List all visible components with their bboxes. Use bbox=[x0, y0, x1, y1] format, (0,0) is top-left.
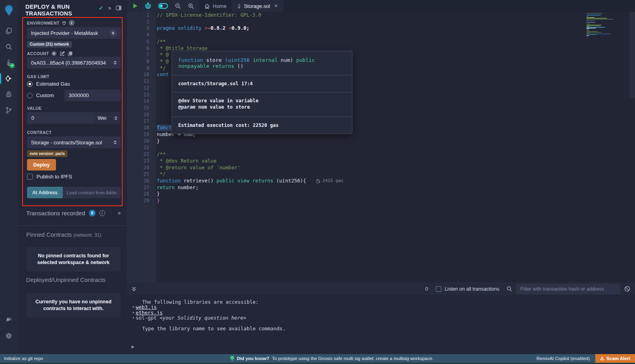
line-content[interactable]: } bbox=[149, 191, 160, 197]
line-content[interactable] bbox=[149, 78, 157, 85]
git-init-status[interactable]: Initialize as git repo bbox=[4, 356, 127, 361]
line-content[interactable]: cont bbox=[149, 71, 169, 78]
terminal-intro-line: The following libraries are accessible: bbox=[131, 299, 635, 305]
copy-account-icon[interactable] bbox=[67, 51, 73, 56]
radio-unselected[interactable] bbox=[27, 93, 33, 98]
line-content[interactable] bbox=[149, 19, 157, 25]
line-content[interactable] bbox=[149, 111, 157, 118]
line-content[interactable]: * @ bbox=[149, 58, 169, 65]
line-content[interactable]: return number; bbox=[149, 184, 198, 191]
code-line[interactable]: 1// SPDX-License-Identifier: GPL-3.0 bbox=[127, 12, 635, 19]
code-line[interactable]: 3pragma solidity >=0.8.2 <0.9.0; bbox=[127, 25, 635, 32]
transaction-filter-input[interactable] bbox=[516, 284, 620, 294]
custom-gas-option[interactable]: Custom bbox=[27, 92, 54, 98]
environment-info-icon[interactable]: i bbox=[69, 20, 75, 26]
code-line[interactable]: 26 function retrieve() public view retur… bbox=[127, 178, 635, 184]
line-content[interactable] bbox=[149, 85, 157, 92]
line-content[interactable]: * @return value of 'number' bbox=[149, 165, 241, 171]
code-line[interactable]: 29} bbox=[127, 197, 635, 204]
settings-gear-icon[interactable] bbox=[0, 328, 17, 344]
listen-all-transactions-option[interactable]: Listen on all transactions bbox=[436, 286, 499, 292]
code-line[interactable]: 5/** bbox=[127, 38, 635, 45]
line-content[interactable]: * @ bbox=[149, 52, 169, 58]
terminal-output[interactable]: The following libraries are accessible: … bbox=[127, 296, 635, 354]
account-select[interactable]: 0xA03...85ac4 (0.398673504934 bbox=[27, 57, 121, 69]
code-line[interactable]: 23 * @dev Return value bbox=[127, 158, 635, 165]
plugin-manager-icon[interactable] bbox=[0, 312, 17, 328]
line-content[interactable]: */ bbox=[149, 171, 166, 178]
scam-alert-button[interactable]: ⚠ Scam Alert bbox=[595, 354, 635, 363]
line-content[interactable]: */ bbox=[149, 65, 166, 72]
listen-checkbox[interactable] bbox=[436, 286, 441, 292]
deploy-run-icon[interactable] bbox=[0, 71, 17, 86]
zoom-in-icon[interactable] bbox=[185, 0, 198, 12]
publish-ipfs-option[interactable]: Publish to IPFS bbox=[27, 174, 72, 180]
line-content[interactable] bbox=[149, 98, 157, 105]
transactions-expand-icon[interactable]: > bbox=[117, 210, 121, 216]
code-line[interactable]: 28 } bbox=[127, 191, 635, 197]
debugger-icon[interactable] bbox=[0, 86, 17, 102]
line-content[interactable] bbox=[149, 32, 157, 38]
code-line[interactable]: 2 bbox=[127, 19, 635, 25]
line-content[interactable]: function retrieve() public view returns … bbox=[149, 178, 343, 184]
deploy-button[interactable]: Deploy bbox=[27, 159, 56, 171]
value-unit-select[interactable]: Wei bbox=[94, 112, 121, 124]
publish-ipfs-checkbox[interactable] bbox=[27, 174, 33, 180]
code-line[interactable]: 20 } bbox=[127, 138, 635, 145]
library-link[interactable]: web3.js bbox=[136, 305, 157, 310]
minimap[interactable] bbox=[587, 13, 628, 37]
terminal-prompt[interactable]: > bbox=[131, 344, 134, 349]
line-content[interactable]: } bbox=[149, 138, 160, 145]
line-content[interactable] bbox=[149, 92, 157, 98]
line-content[interactable]: * @dev Return value bbox=[149, 158, 217, 165]
ai-copilot-icon[interactable] bbox=[141, 0, 155, 12]
line-content[interactable] bbox=[149, 144, 157, 151]
remix-logo-icon[interactable] bbox=[0, 0, 17, 21]
zoom-out-icon[interactable] bbox=[171, 0, 185, 12]
line-content[interactable]: pragma solidity >=0.8.2 <0.9.0; bbox=[149, 25, 249, 32]
terminal-collapse-icon[interactable] bbox=[132, 287, 136, 291]
line-content[interactable] bbox=[149, 105, 157, 111]
copilot-toggle[interactable] bbox=[155, 0, 171, 12]
at-address-input[interactable] bbox=[63, 187, 121, 198]
code-line[interactable]: 22 /** bbox=[127, 151, 635, 158]
copilot-status[interactable]: RemixAI Copilot (enabled) bbox=[537, 356, 590, 361]
account-label: ACCOUNT bbox=[27, 51, 73, 56]
file-explorer-icon[interactable] bbox=[0, 23, 17, 39]
code-line[interactable]: 24 * @return value of 'number' bbox=[127, 165, 635, 171]
line-content[interactable]: // SPDX-License-Identifier: GPL-3.0 bbox=[149, 12, 261, 19]
search-icon[interactable] bbox=[0, 39, 17, 55]
edit-account-icon[interactable] bbox=[60, 51, 65, 56]
evm-version-badge: evm version: paris bbox=[27, 150, 67, 157]
code-editor[interactable]: 1// SPDX-License-Identifier: GPL-3.023pr… bbox=[127, 12, 635, 282]
code-line[interactable]: 4 bbox=[127, 32, 635, 38]
library-link[interactable]: ethers.js bbox=[136, 310, 163, 315]
solidity-compiler-icon[interactable]: ✓ bbox=[0, 55, 17, 71]
line-content[interactable] bbox=[149, 118, 157, 125]
code-line[interactable]: 27 return number; bbox=[127, 184, 635, 191]
tab-home[interactable]: Home bbox=[199, 0, 232, 12]
at-address-button[interactable]: At Address bbox=[27, 187, 63, 198]
value-input[interactable] bbox=[27, 112, 94, 124]
line-content[interactable]: /** bbox=[149, 151, 166, 158]
environment-select[interactable]: Injected Provider - MetaMask bbox=[27, 27, 121, 39]
add-account-icon[interactable] bbox=[51, 51, 57, 56]
code-line[interactable]: 25 */ bbox=[127, 171, 635, 178]
pin-panel-icon[interactable] bbox=[116, 6, 121, 10]
code-line[interactable]: 21 bbox=[127, 144, 635, 151]
line-content[interactable]: } bbox=[149, 197, 160, 204]
line-content[interactable]: /** bbox=[149, 38, 166, 45]
estimated-gas-option[interactable]: Estimated Gas bbox=[27, 81, 70, 87]
close-tab-icon[interactable]: ✕ bbox=[274, 3, 278, 9]
contract-select[interactable]: Storage - contracts/Storage.sol bbox=[27, 136, 121, 148]
line-number: 18 bbox=[127, 125, 149, 131]
tab-storage-sol[interactable]: Storage.sol ✕ bbox=[232, 0, 283, 12]
clear-terminal-icon[interactable] bbox=[624, 286, 630, 292]
panel-chevron-icon[interactable]: > bbox=[108, 5, 111, 11]
run-script-button[interactable] bbox=[127, 0, 140, 12]
git-icon[interactable] bbox=[0, 102, 17, 118]
radio-selected[interactable] bbox=[27, 81, 33, 87]
custom-gas-input[interactable] bbox=[64, 90, 121, 101]
transactions-info-icon[interactable]: i bbox=[99, 210, 105, 216]
editor-scrollbar[interactable] bbox=[629, 12, 635, 98]
